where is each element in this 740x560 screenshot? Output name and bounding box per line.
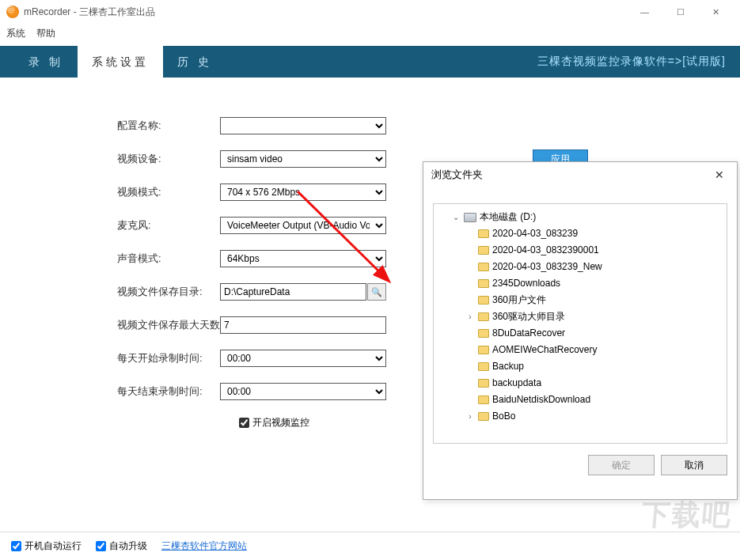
menubar: 系统 帮助 bbox=[0, 24, 740, 43]
tree-folder-label[interactable]: 2020-04-03_083239 bbox=[492, 225, 578, 242]
window-controls: — ☐ ✕ bbox=[627, 0, 734, 24]
content-panel: 配置名称: 视频设备: sinsam video 视频模式: 704 x 576… bbox=[14, 82, 726, 520]
enable-monitor-label: 开启视频监控 bbox=[252, 416, 309, 429]
official-site-link[interactable]: 三棵杏软件官方网站 bbox=[161, 539, 247, 553]
folder-icon bbox=[478, 412, 489, 421]
max-days-input[interactable] bbox=[220, 316, 386, 334]
label-end-time: 每天结束录制时间: bbox=[14, 384, 220, 399]
tree-drive-label[interactable]: 本地磁盘 (D:) bbox=[480, 209, 536, 225]
folder-icon bbox=[478, 312, 489, 321]
tabbar: 录 制 系统设置 历 史 三棵杏视频监控录像软件=>[试用版] bbox=[0, 46, 740, 78]
browse-folder-dialog: 浏览文件夹 ✕ ⌄本地磁盘 (D:)2020-04-03_0832392020-… bbox=[423, 161, 738, 500]
tree-folder-label[interactable]: 2020-04-03_083239_New bbox=[492, 259, 602, 275]
browse-button[interactable]: 🔍 bbox=[367, 283, 386, 301]
tab-history[interactable]: 历 史 bbox=[163, 46, 226, 78]
auto-upgrade-label: 自动升级 bbox=[109, 539, 147, 553]
tab-record[interactable]: 录 制 bbox=[14, 46, 78, 78]
auto-start-label: 开机自动运行 bbox=[25, 539, 82, 553]
mic-select[interactable]: VoiceMeeter Output (VB-Audio Vo bbox=[220, 217, 386, 234]
audio-mode-select[interactable]: 64Kbps bbox=[220, 250, 386, 267]
save-dir-input[interactable] bbox=[220, 283, 366, 301]
minimize-button[interactable]: — bbox=[627, 0, 662, 24]
folder-icon bbox=[478, 362, 489, 371]
menu-system[interactable]: 系统 bbox=[6, 27, 25, 40]
drive-icon bbox=[464, 213, 476, 222]
tree-folder-label[interactable]: 2345Downloads bbox=[492, 275, 560, 292]
label-video-device: 视频设备: bbox=[14, 152, 220, 166]
app-icon bbox=[6, 6, 19, 18]
label-config-name: 配置名称: bbox=[14, 119, 220, 133]
tree-folder-label[interactable]: 360驱动大师目录 bbox=[492, 308, 565, 325]
maximize-button[interactable]: ☐ bbox=[662, 0, 698, 24]
tree-folder-label[interactable]: BoBo bbox=[492, 408, 515, 425]
app-title-banner: 三棵杏视频监控录像软件=>[试用版] bbox=[537, 55, 726, 69]
label-mic: 麦克风: bbox=[14, 218, 220, 233]
folder-icon bbox=[478, 395, 489, 404]
folder-icon bbox=[478, 346, 489, 354]
start-time-select[interactable]: 00:00 bbox=[220, 350, 386, 367]
tree-folder-label[interactable]: 8DuDataRecover bbox=[492, 325, 565, 342]
dialog-ok-button[interactable]: 确定 bbox=[588, 455, 655, 475]
folder-icon bbox=[478, 329, 489, 338]
config-name-select[interactable] bbox=[220, 117, 386, 134]
end-time-select[interactable]: 00:00 bbox=[220, 383, 386, 400]
folder-icon bbox=[478, 296, 489, 305]
chevron-right-icon[interactable]: › bbox=[465, 408, 475, 425]
search-folder-icon: 🔍 bbox=[371, 287, 382, 297]
tree-folder-label[interactable]: backupdata bbox=[492, 375, 541, 392]
folder-tree[interactable]: ⌄本地磁盘 (D:)2020-04-03_0832392020-04-03_08… bbox=[433, 203, 727, 444]
label-start-time: 每天开始录制时间: bbox=[14, 351, 220, 365]
tree-folder-label[interactable]: 2020-04-03_0832390001 bbox=[492, 242, 599, 259]
folder-icon bbox=[478, 379, 489, 388]
label-max-days: 视频文件保存最大天数: bbox=[14, 318, 220, 332]
dialog-cancel-button[interactable]: 取消 bbox=[661, 455, 727, 475]
footer: 开机自动运行 自动升级 三棵杏软件官方网站 bbox=[0, 532, 740, 560]
auto-start-checkbox[interactable] bbox=[11, 541, 21, 551]
menu-help[interactable]: 帮助 bbox=[36, 27, 55, 40]
label-save-dir: 视频文件保存目录: bbox=[14, 285, 220, 299]
chevron-down-icon[interactable]: ⌄ bbox=[451, 209, 461, 225]
dialog-title: 浏览文件夹 bbox=[431, 168, 483, 182]
tree-folder-label[interactable]: Backup bbox=[492, 358, 524, 375]
window-title: mRecorder - 三棵杏工作室出品 bbox=[24, 6, 155, 19]
tree-folder-label[interactable]: BaiduNetdiskDownload bbox=[492, 392, 590, 408]
folder-icon bbox=[478, 263, 489, 271]
video-device-select[interactable]: sinsam video bbox=[220, 150, 386, 168]
video-mode-select[interactable]: 704 x 576 2Mbps bbox=[220, 184, 386, 201]
folder-icon bbox=[478, 279, 489, 288]
auto-upgrade-checkbox[interactable] bbox=[96, 541, 106, 551]
enable-monitor-checkbox[interactable] bbox=[239, 418, 249, 428]
dialog-close-button[interactable]: ✕ bbox=[710, 167, 729, 183]
tree-folder-label[interactable]: 360用户文件 bbox=[492, 292, 546, 308]
folder-icon bbox=[478, 246, 489, 255]
folder-icon bbox=[478, 229, 489, 238]
chevron-right-icon[interactable]: › bbox=[465, 308, 475, 325]
tab-settings[interactable]: 系统设置 bbox=[78, 46, 163, 78]
label-audio-mode: 声音模式: bbox=[14, 252, 220, 266]
label-video-mode: 视频模式: bbox=[14, 185, 220, 199]
tree-folder-label[interactable]: AOMEIWeChatRecovery bbox=[492, 342, 598, 358]
close-button[interactable]: ✕ bbox=[698, 0, 734, 24]
titlebar: mRecorder - 三棵杏工作室出品 — ☐ ✕ bbox=[0, 0, 740, 24]
